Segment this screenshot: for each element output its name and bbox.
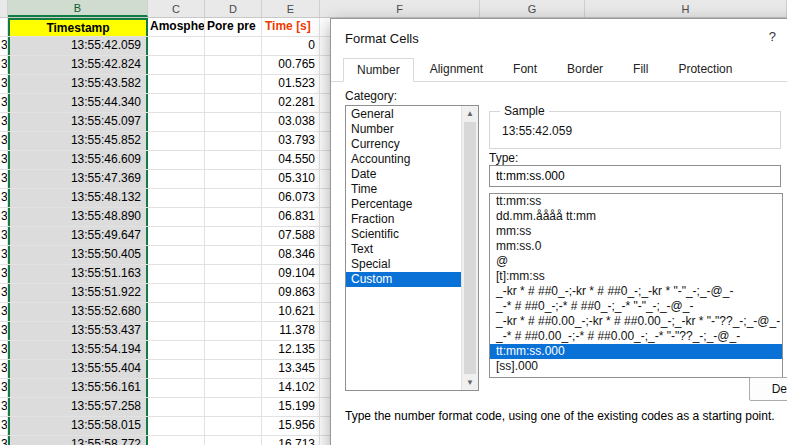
cell-time[interactable]: 15.199 [262,398,320,416]
cell-pore[interactable] [205,189,262,207]
cell-time[interactable]: 0 [262,37,320,55]
cell-atmospheric[interactable] [148,56,205,74]
cell-time[interactable]: 09.104 [262,265,320,283]
cell-time[interactable]: 11.378 [262,322,320,340]
format-option[interactable]: [t]:mm:ss [490,269,782,284]
cell-timestamp[interactable]: 13:55:54.194 [8,341,148,359]
cell-pore[interactable] [205,37,262,55]
cell-a[interactable]: 3 [0,75,8,93]
cell-atmospheric[interactable] [148,284,205,302]
cell-timestamp[interactable]: 13:55:42.824 [8,56,148,74]
cell-a[interactable]: 3 [0,189,8,207]
cell-time[interactable]: 06.073 [262,189,320,207]
cell-atmospheric[interactable] [148,265,205,283]
cell-timestamp[interactable]: 13:55:48.132 [8,189,148,207]
category-general[interactable]: General [346,107,462,122]
help-icon[interactable]: ? [769,29,776,44]
cell-a[interactable]: 3 [0,398,8,416]
cell-a[interactable]: 3 [0,37,8,55]
category-time[interactable]: Time [346,182,462,197]
cell-a[interactable]: 3 [0,284,8,302]
category-number[interactable]: Number [346,122,462,137]
cell-atmospheric[interactable] [148,436,205,445]
cell-atmospheric[interactable] [148,170,205,188]
tab-protection[interactable]: Protection [664,57,746,81]
cell-atmospheric[interactable] [148,322,205,340]
cell-time[interactable]: 06.831 [262,208,320,226]
cell-timestamp[interactable]: 13:55:51.922 [8,284,148,302]
format-option[interactable]: dd.mm.åååå tt:mm [490,209,782,224]
cell-time[interactable]: 01.523 [262,75,320,93]
cell-timestamp-header[interactable]: Timestamp [8,18,148,36]
cell-pore[interactable] [205,132,262,150]
cell-timestamp[interactable]: 13:55:47.369 [8,170,148,188]
category-currency[interactable]: Currency [346,137,462,152]
cell-a-sliver[interactable] [0,18,8,36]
type-input[interactable] [489,165,781,187]
cell-atmospheric[interactable] [148,37,205,55]
cell-time[interactable]: 07.588 [262,227,320,245]
cell-timestamp[interactable]: 13:55:45.097 [8,113,148,131]
cell-a[interactable]: 3 [0,208,8,226]
tab-border[interactable]: Border [553,57,617,81]
cell-timestamp[interactable]: 13:55:55.404 [8,360,148,378]
cell-pore-header[interactable]: Pore pre [205,18,262,36]
cell-pore[interactable] [205,265,262,283]
cell-timestamp[interactable]: 13:55:48.890 [8,208,148,226]
cell-pore[interactable] [205,360,262,378]
column-header-f[interactable]: F [320,0,480,17]
cell-a[interactable]: 3 [0,227,8,245]
format-option[interactable]: @ [490,254,782,269]
cell-a[interactable]: 3 [0,246,8,264]
format-option[interactable]: tt:mm:ss.000 [490,344,782,359]
tab-alignment[interactable]: Alignment [416,57,497,81]
category-percentage[interactable]: Percentage [346,197,462,212]
cell-a[interactable]: 3 [0,132,8,150]
cell-timestamp[interactable]: 13:55:44.340 [8,94,148,112]
cell-time[interactable]: 03.038 [262,113,320,131]
cell-pore[interactable] [205,151,262,169]
cell-pore[interactable] [205,94,262,112]
category-accounting[interactable]: Accounting [346,152,462,167]
cell-atmospheric[interactable] [148,113,205,131]
category-scrollbar[interactable]: ▲ ▼ [461,106,478,390]
cell-pore[interactable] [205,227,262,245]
format-option[interactable]: mm:ss [490,224,782,239]
cell-a[interactable]: 3 [0,379,8,397]
cell-timestamp[interactable]: 13:55:43.582 [8,75,148,93]
cell-pore[interactable] [205,341,262,359]
cell-atmospheric[interactable] [148,132,205,150]
cell-time-header[interactable]: Time [s] [262,18,320,36]
format-option[interactable]: _-* # ##0_-;-* # ##0_-;_-* "-"_-;_-@_- [490,299,782,314]
category-special[interactable]: Special [346,257,462,272]
cell-atmospheric[interactable] [148,303,205,321]
tab-number[interactable]: Number [343,58,414,82]
column-header-b[interactable]: B [8,0,148,17]
cell-timestamp[interactable]: 13:55:58.772 [8,436,148,445]
column-header-e[interactable]: E [262,0,320,17]
cell-time[interactable]: 10.621 [262,303,320,321]
category-fraction[interactable]: Fraction [346,212,462,227]
cell-a[interactable]: 3 [0,56,8,74]
cell-a[interactable]: 3 [0,170,8,188]
cell-time[interactable]: 13.345 [262,360,320,378]
cell-a[interactable]: 3 [0,94,8,112]
cell-atmospheric[interactable] [148,398,205,416]
dialog-titlebar[interactable]: Format Cells ? [331,19,787,57]
delete-button[interactable]: Delete [749,377,787,401]
column-header-h[interactable]: H [585,0,787,17]
cell-pore[interactable] [205,170,262,188]
format-option[interactable]: [ss].000 [490,359,782,374]
cell-atmospheric[interactable] [148,246,205,264]
cell-time[interactable]: 14.102 [262,379,320,397]
cell-time[interactable]: 08.346 [262,246,320,264]
cell-timestamp[interactable]: 13:55:42.059 [8,37,148,55]
cell-atmospheric[interactable] [148,208,205,226]
cell-pore[interactable] [205,436,262,445]
cell-time[interactable]: 05.310 [262,170,320,188]
cell-pore[interactable] [205,208,262,226]
cell-a[interactable]: 3 [0,417,8,435]
cell-atmospheric[interactable] [148,417,205,435]
cell-a[interactable]: 3 [0,113,8,131]
cell-atmospheric[interactable] [148,227,205,245]
